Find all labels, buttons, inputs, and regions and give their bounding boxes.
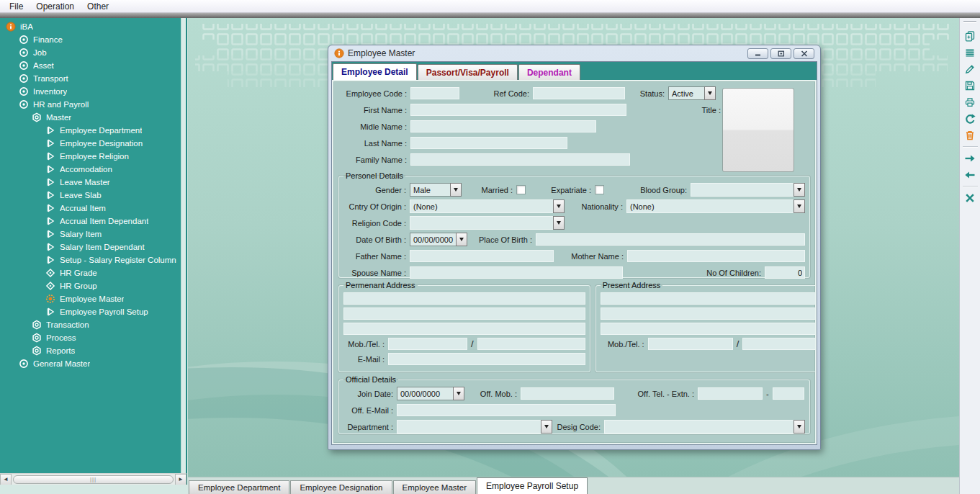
last-name-input[interactable] (410, 137, 567, 149)
spouse-name-input[interactable] (410, 266, 623, 279)
tab-dependant[interactable]: Dependant (518, 64, 580, 80)
permanent-tel-input[interactable] (477, 338, 585, 350)
sidebar-item-master[interactable]: Master (0, 111, 180, 124)
status-dropdown-button[interactable] (704, 86, 716, 100)
nationality-combobox[interactable]: (None) (626, 199, 805, 213)
present-tel-input[interactable] (742, 338, 817, 350)
sidebar-item-transaction[interactable]: Transaction (0, 318, 180, 331)
off-mob-input[interactable] (521, 387, 614, 400)
bottom-tab-employee-master[interactable]: Employee Master (393, 480, 476, 494)
edit-button[interactable] (963, 61, 978, 76)
sidebar-item-salary-item-dependant[interactable]: Salary Item Dependant (0, 241, 180, 253)
family-name-input[interactable] (410, 153, 630, 166)
desig-code-combobox[interactable] (604, 420, 805, 434)
sidebar-item-process[interactable]: Process (0, 331, 180, 344)
next-button[interactable] (963, 151, 978, 166)
sidebar-item-hr-grade[interactable]: HR Grade (0, 266, 180, 279)
sidebar-item-finance[interactable]: Finance (0, 33, 180, 46)
bottom-tab-employee-payroll-setup[interactable]: Employee Payroll Setup (477, 477, 588, 494)
place-of-birth-input[interactable] (536, 233, 805, 246)
sidebar-item-accomodation[interactable]: Accomodation (0, 163, 180, 176)
father-name-input[interactable] (410, 250, 554, 262)
midle-name-input[interactable] (410, 120, 596, 133)
save-button[interactable] (963, 78, 978, 93)
present-address-line2-input[interactable] (601, 307, 817, 320)
menu-other[interactable]: Other (81, 1, 115, 12)
menu-file[interactable]: File (3, 1, 30, 12)
first-name-input[interactable] (410, 104, 626, 116)
permanent-address-line1-input[interactable] (343, 292, 585, 305)
permanent-address-line3-input[interactable] (343, 323, 585, 335)
sidebar-item-general-master[interactable]: General Master (0, 357, 180, 370)
sidebar-item-salary-item[interactable]: Salary Item (0, 228, 180, 241)
sidebar-item-leave-slab[interactable]: Leave Slab (0, 189, 180, 202)
ref-code-input[interactable] (533, 87, 625, 99)
close-button[interactable] (963, 190, 978, 205)
redo-button[interactable] (963, 111, 978, 126)
toolbar-grip[interactable] (963, 21, 976, 23)
menu-operation[interactable]: Operation (30, 1, 81, 12)
married-checkbox[interactable] (516, 185, 526, 194)
stacked-list-button[interactable] (963, 45, 978, 60)
sidebar-item-hr-and-payroll[interactable]: HR and Payroll (0, 98, 180, 111)
scrollbar-thumb[interactable]: ||| (13, 475, 174, 484)
present-address-line3-input[interactable] (601, 323, 817, 335)
sidebar-item-transport[interactable]: Transport (0, 72, 180, 85)
join-date-dropdown-button[interactable] (453, 387, 464, 400)
print-button[interactable] (963, 94, 978, 109)
tab-passort-visa-payroll[interactable]: Passort/Visa/Payroll (418, 64, 518, 80)
sidebar-item-reports[interactable]: Reports (0, 344, 180, 357)
off-email-input[interactable] (397, 404, 616, 416)
sidebar-item-employee-master[interactable]: Employee Master (0, 292, 180, 305)
gender-dropdown-button[interactable] (450, 183, 462, 197)
sidebar-item-employee-payroll-setup[interactable]: Employee Payroll Setup (0, 305, 180, 318)
permanent-mob-input[interactable] (388, 338, 467, 350)
date-of-birth-dropdown-button[interactable] (456, 233, 467, 246)
religion-code-combobox[interactable] (410, 216, 565, 230)
employee-code-input[interactable] (410, 87, 459, 99)
sidebar-item-job[interactable]: Job (0, 46, 180, 59)
cntry-of-origin-dropdown-button[interactable] (553, 199, 565, 213)
bottom-tab-employee-department[interactable]: Employee Department (189, 480, 289, 494)
cntry-of-origin-combobox[interactable]: (None) (410, 199, 565, 213)
blood-group-dropdown-button[interactable] (794, 183, 805, 197)
tab-employee-detail[interactable]: Employee Detail (333, 63, 417, 80)
minimize-button[interactable] (747, 48, 768, 59)
permanent-address-line2-input[interactable] (343, 307, 585, 320)
sidebar-item-asset[interactable]: Asset (0, 59, 180, 72)
extn-input[interactable] (773, 387, 804, 400)
religion-code-dropdown-button[interactable] (553, 216, 565, 230)
desig-code-dropdown-button[interactable] (794, 420, 805, 434)
sidebar-item-accrual-item-dependant[interactable]: Accrual Item Dependant (0, 215, 180, 228)
sidebar-item-leave-master[interactable]: Leave Master (0, 176, 180, 189)
present-address-line1-input[interactable] (601, 292, 817, 305)
sidebar-item-iba[interactable]: iBA (0, 20, 180, 33)
bottom-tab-employee-designation[interactable]: Employee Designation (290, 480, 392, 494)
previous-button[interactable] (963, 167, 978, 182)
expatriate-checkbox[interactable] (595, 185, 604, 194)
delete-button[interactable] (963, 127, 978, 143)
scroll-left-arrow[interactable]: ◄ (0, 474, 12, 485)
sidebar-item-hr-group[interactable]: HR Group (0, 279, 180, 292)
sidebar-vertical-scrollbar[interactable] (181, 18, 186, 473)
nationality-dropdown-button[interactable] (794, 199, 805, 213)
blood-group-combobox[interactable] (691, 183, 805, 197)
sidebar-item-employee-designation[interactable]: Employee Designation (0, 137, 180, 150)
email-input[interactable] (388, 353, 585, 365)
scroll-right-arrow[interactable]: ► (175, 474, 186, 485)
department-combobox[interactable] (397, 420, 552, 434)
date-of-birth-picker[interactable]: 00/00/0000 (410, 233, 467, 246)
close-button[interactable] (794, 48, 814, 59)
gender-combobox[interactable]: Male (410, 183, 462, 197)
maximize-button[interactable] (770, 48, 791, 59)
sidebar-item-inventory[interactable]: Inventory (0, 85, 180, 98)
join-date-picker[interactable]: 00/00/0000 (397, 387, 464, 400)
sidebar-item-setup-salary-register-column[interactable]: Setup - Salary Register Column (0, 253, 180, 266)
sidebar-item-employee-department[interactable]: Employee Department (0, 124, 180, 137)
status-combobox[interactable]: Active (668, 86, 716, 100)
present-mob-input[interactable] (648, 338, 733, 350)
no-of-children-input[interactable] (765, 266, 805, 279)
off-tel-input[interactable] (698, 387, 763, 400)
dialog-titlebar[interactable]: Employee Master (331, 45, 817, 61)
sidebar-item-accrual-item[interactable]: Accrual Item (0, 202, 180, 215)
